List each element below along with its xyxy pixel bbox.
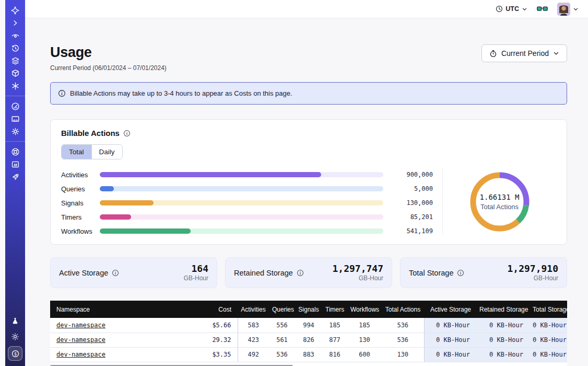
chevron-down-icon	[573, 6, 579, 12]
storage-card-unit: GB-Hour	[332, 274, 383, 282]
column-header: Total Actions	[382, 301, 424, 318]
billable-actions-card: Billable Actions Total Daily Activities9…	[50, 119, 567, 245]
retained-storage-cell: 0 KB-Hour	[476, 347, 530, 362]
storage-card-unit: GB-Hour	[184, 274, 208, 282]
account-menu[interactable]	[557, 3, 579, 16]
main-content: Usage Current Period (06/01/2024 – 07/01…	[25, 18, 588, 366]
bar-row: Queries5,000	[61, 185, 433, 192]
namespace-link[interactable]: dev-namespace	[56, 336, 105, 344]
bar-track	[100, 186, 383, 191]
stopwatch-icon	[489, 50, 497, 58]
terminal-icon[interactable]	[8, 158, 22, 170]
topbar: UTC	[25, 0, 588, 18]
total-actions-cell: 536	[382, 318, 424, 333]
namespace-link[interactable]: dev-namespace	[56, 351, 105, 358]
info-icon[interactable]	[112, 269, 119, 277]
activities-cell: 492	[238, 347, 269, 362]
bar-value: 541,109	[383, 227, 433, 235]
timezone-selector[interactable]: UTC	[496, 5, 527, 13]
total-storage-card: Total Storage 1,297,910 GB-Hour	[400, 257, 567, 288]
sidebar-divider	[5, 96, 25, 96]
active-storage-cell: 0 KB-Hour	[424, 318, 476, 333]
workflows-cell: 130	[347, 333, 382, 347]
rocket-icon[interactable]	[8, 170, 22, 183]
namespace-cell: dev-namespace	[50, 318, 191, 333]
column-header: Activities	[238, 301, 269, 318]
history-icon[interactable]	[8, 42, 22, 54]
clock-icon	[496, 5, 503, 13]
eye-icon[interactable]	[8, 29, 22, 42]
info-icon[interactable]	[457, 269, 464, 277]
info-icon	[58, 89, 66, 97]
bar-fill	[100, 172, 321, 177]
column-header: Workflows	[347, 301, 382, 318]
lifebuoy-icon[interactable]	[8, 145, 22, 158]
storage-card-label: Retained Storage	[234, 269, 293, 277]
table-header-row: NamespaceCostActivitiesQueriesSignalsTim…	[50, 301, 567, 318]
bar-label: Workflows	[61, 227, 100, 235]
total-storage-cell: 0 KB-Hour	[530, 318, 567, 333]
storage-card-label: Active Storage	[59, 269, 108, 277]
workflows-cell: 185	[347, 318, 382, 333]
chart-view-tabs: Total Daily	[61, 144, 123, 159]
sun-icon[interactable]	[8, 330, 22, 343]
bar-track	[100, 200, 383, 205]
info-icon[interactable]	[297, 269, 304, 277]
active-storage-cell: 0 KB-Hour	[424, 333, 476, 347]
glasses-icon[interactable]	[537, 5, 548, 13]
bar-value: 130,000	[383, 199, 433, 207]
gear-icon[interactable]	[8, 125, 22, 138]
bar-fill	[100, 214, 131, 220]
banner-text: Billable Actions may take up to 3-4 hour…	[70, 89, 292, 97]
namespace-link[interactable]: dev-namespace	[56, 322, 105, 329]
gauge-icon[interactable]	[8, 100, 22, 112]
page-subtitle: Current Period (06/01/2024 – 07/01/2024)	[50, 64, 167, 72]
bar-value: 85,201	[383, 213, 433, 221]
column-header: Total Storage	[530, 301, 567, 318]
total-storage-cell: 0 KB-Hour	[530, 333, 567, 347]
total-actions-cell: 130	[382, 347, 424, 362]
chevron-right-icon[interactable]	[8, 17, 22, 29]
period-dropdown-label: Current Period	[501, 49, 549, 58]
bar-track	[100, 228, 383, 234]
bar-label: Signals	[61, 199, 100, 207]
table-row: dev-namespace$3.354925368838166001300 KB…	[50, 347, 567, 362]
flask-icon[interactable]	[8, 315, 22, 327]
total-actions-cell: 536	[382, 333, 424, 347]
credit-card-icon[interactable]	[8, 112, 22, 125]
activities-cell: 423	[238, 333, 269, 347]
cost-cell: $5.66	[191, 318, 238, 333]
retained-storage-card: Retained Storage 1,297,747 GB-Hour	[225, 257, 392, 288]
bar-value: 5,000	[383, 185, 433, 192]
cube-icon[interactable]	[8, 67, 22, 79]
signals-cell: 883	[295, 347, 322, 362]
active-storage-cell: 0 KB-Hour	[424, 347, 476, 362]
timers-cell: 877	[322, 333, 347, 347]
retained-storage-cell: 0 KB-Hour	[476, 318, 530, 333]
tab-total[interactable]: Total	[62, 145, 91, 159]
layers-icon[interactable]	[8, 54, 22, 67]
temporal-logo-icon[interactable]	[8, 4, 22, 17]
workflows-cell: 600	[347, 347, 382, 362]
tab-daily[interactable]: Daily	[91, 145, 122, 159]
sidebar: $	[5, 0, 25, 366]
column-header: Active Storage	[424, 301, 476, 318]
info-icon[interactable]	[123, 130, 131, 137]
bar-track	[100, 172, 383, 177]
donut-total-value: 1.66131 M	[480, 193, 520, 201]
bar-fill	[100, 200, 154, 205]
column-header: Queries	[269, 301, 295, 318]
timers-cell: 185	[322, 318, 347, 333]
avatar	[557, 3, 570, 16]
table-row: dev-namespace29.324235618268771305360 KB…	[50, 333, 567, 347]
bar-value: 900,000	[383, 171, 433, 178]
asterisk-icon[interactable]	[8, 79, 22, 92]
svg-text:$: $	[14, 351, 16, 356]
donut-chart-panel: 1.66131 M Total Actions	[442, 169, 556, 235]
dollar-coin-icon[interactable]: $	[8, 346, 22, 361]
bar-chart-rows: Activities900,000Queries5,000Signals130,…	[61, 169, 433, 235]
storage-card-value: 164	[184, 264, 208, 274]
queries-cell: 556	[269, 318, 295, 333]
bar-label: Activities	[61, 171, 100, 179]
period-dropdown-button[interactable]: Current Period	[481, 44, 567, 62]
